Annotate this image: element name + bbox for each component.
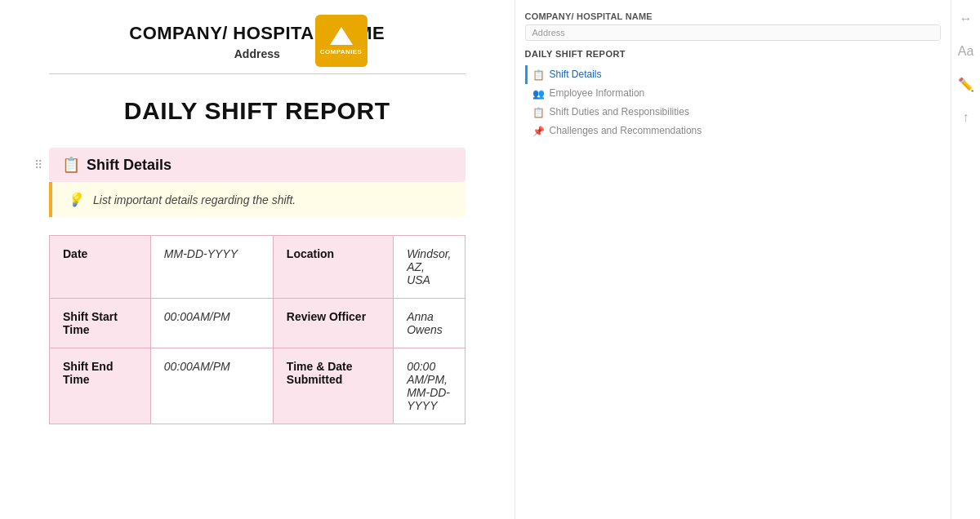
- font-icon[interactable]: Aa: [958, 44, 974, 59]
- shift-details-table: Date MM-DD-YYYY Location Windsor, AZ, US…: [49, 235, 466, 424]
- sidebar-address: Address: [525, 24, 942, 41]
- sidebar-item-employee-information[interactable]: 👥 Employee Information: [525, 84, 942, 103]
- edit-icon[interactable]: ✏️: [958, 77, 974, 92]
- employee-information-nav-icon: 👥: [532, 88, 545, 100]
- challenges-nav-icon: 📌: [532, 126, 545, 137]
- expand-icon[interactable]: ↔: [960, 11, 973, 26]
- address-heading: Address: [49, 47, 466, 60]
- company-name-heading: COMPANY/ HOSPITAL NAME: [49, 23, 466, 44]
- shift-end-value: 00:00AM/PM: [150, 348, 273, 424]
- sidebar-item-challenges[interactable]: 📌 Challenges and Recommendations: [525, 122, 942, 140]
- shift-details-section-header: 📋 Shift Details: [49, 148, 466, 182]
- shift-start-value: 00:00AM/PM: [150, 299, 273, 348]
- sidebar-employee-info-label: Employee Information: [550, 87, 645, 99]
- main-content: COMPANY/ HOSPITAL NAME Address COMPANIES…: [0, 0, 514, 519]
- sidebar-item-shift-duties[interactable]: 📋 Shift Duties and Responsibilities: [525, 103, 942, 122]
- time-date-submitted-label: Time & DateSubmitted: [273, 348, 393, 424]
- table-row: Shift End Time 00:00AM/PM Time & DateSub…: [50, 348, 466, 424]
- shift-details-label: Shift Details: [87, 157, 172, 174]
- shift-details-nav-icon: 📋: [532, 69, 545, 81]
- location-label: Location: [273, 236, 393, 299]
- sidebar: COMPANY/ HOSPITAL NAME Address DAILY SHI…: [514, 0, 951, 519]
- sidebar-shift-duties-label: Shift Duties and Responsibilities: [550, 106, 689, 118]
- sidebar-challenges-label: Challenges and Recommendations: [550, 125, 702, 136]
- hint-icon: 💡: [67, 192, 83, 207]
- hint-box: 💡 List important details regarding the s…: [49, 182, 466, 217]
- date-value: MM-DD-YYYY: [150, 236, 273, 299]
- sidebar-shift-details-label: Shift Details: [550, 69, 602, 80]
- sidebar-nav: 📋 Shift Details 👥 Employee Information 📋…: [525, 65, 942, 140]
- logo-text: COMPANIES: [320, 48, 362, 55]
- location-value: Windsor, AZ, USA: [394, 236, 465, 299]
- sidebar-item-shift-details[interactable]: 📋 Shift Details: [525, 65, 942, 84]
- upload-icon[interactable]: ↑: [963, 110, 969, 125]
- time-date-submitted-value: 00:00 AM/PM, MM-DD-YYYY: [394, 348, 465, 424]
- shift-end-label: Shift End Time: [50, 348, 151, 424]
- shift-details-icon: 📋: [62, 156, 80, 174]
- tools-column: ↔ Aa ✏️ ↑: [951, 0, 980, 519]
- report-title: DAILY SHIFT REPORT: [49, 97, 466, 125]
- shift-duties-nav-icon: 📋: [532, 107, 545, 118]
- logo-badge: COMPANIES: [315, 15, 368, 67]
- table-row: Shift StartTime 00:00AM/PM Review Office…: [50, 299, 466, 348]
- review-officer-value: Anna Owens: [394, 299, 465, 348]
- date-label: Date: [50, 236, 151, 299]
- doc-header: COMPANY/ HOSPITAL NAME Address COMPANIES: [49, 0, 466, 74]
- logo-triangle-icon: [330, 27, 353, 45]
- shift-start-label: Shift StartTime: [50, 299, 151, 348]
- sidebar-company-name: COMPANY/ HOSPITAL NAME: [525, 11, 942, 21]
- table-row: Date MM-DD-YYYY Location Windsor, AZ, US…: [50, 236, 466, 299]
- drag-handle-icon[interactable]: ⠿: [34, 158, 42, 171]
- sidebar-report-title: DAILY SHIFT REPORT: [525, 49, 942, 59]
- review-officer-label: Review Officer: [273, 299, 393, 348]
- hint-text: List important details regarding the shi…: [93, 193, 296, 206]
